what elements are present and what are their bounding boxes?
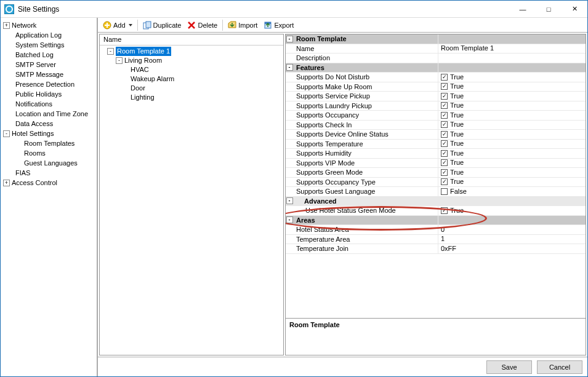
minimize-button[interactable]: — bbox=[510, 1, 536, 17]
property-row[interactable]: Supports Do Not DisturbTrue bbox=[286, 73, 586, 82]
sidebar-item[interactable]: Data Access bbox=[2, 119, 95, 129]
close-button[interactable]: ✕ bbox=[562, 1, 587, 17]
checkbox[interactable] bbox=[441, 74, 448, 81]
expander-icon[interactable]: - bbox=[116, 57, 123, 64]
import-icon bbox=[228, 21, 236, 30]
property-label: Supports Temperature bbox=[295, 140, 438, 149]
sidebar-item[interactable]: +Network bbox=[2, 20, 95, 30]
cancel-button[interactable]: Cancel bbox=[537, 360, 582, 374]
property-row[interactable]: Supports HumidityTrue bbox=[286, 149, 586, 159]
sidebar-item[interactable]: Presence Detection bbox=[2, 79, 95, 89]
sidebar-item[interactable]: SMTP Server bbox=[2, 60, 95, 69]
checkbox[interactable] bbox=[441, 178, 448, 185]
expander-icon[interactable]: + bbox=[3, 22, 10, 29]
sidebar-item-label: Hotel Settings bbox=[12, 129, 54, 138]
property-value: True bbox=[450, 92, 464, 101]
template-tree-item[interactable]: HVAC bbox=[101, 65, 282, 74]
checkbox[interactable] bbox=[441, 102, 448, 109]
template-tree-item[interactable]: Door bbox=[101, 84, 282, 93]
sidebar-item[interactable]: Guest Languages bbox=[2, 158, 95, 168]
sidebar-item-label: Batched Log bbox=[15, 50, 54, 60]
template-tree-label: Door bbox=[131, 84, 145, 93]
expander-icon[interactable]: - bbox=[286, 197, 293, 204]
property-section-header[interactable]: -Features bbox=[286, 63, 586, 73]
sidebar-item-label: Room Templates bbox=[24, 138, 75, 148]
property-section-header[interactable]: -Advanced bbox=[286, 197, 586, 207]
checkbox[interactable] bbox=[441, 112, 448, 119]
property-section-header[interactable]: -Room Template bbox=[286, 34, 586, 44]
property-row[interactable]: Description bbox=[286, 54, 586, 63]
property-row[interactable]: Supports TemperatureTrue bbox=[286, 140, 586, 149]
property-row[interactable]: Supports OccupancyTrue bbox=[286, 111, 586, 121]
property-value: True bbox=[450, 139, 464, 149]
checkbox[interactable] bbox=[441, 131, 448, 138]
expander-icon[interactable]: - bbox=[3, 130, 10, 137]
duplicate-button[interactable]: Duplicate bbox=[140, 20, 184, 31]
tree-column-header[interactable]: Name bbox=[100, 34, 283, 46]
property-section-title: Areas bbox=[295, 216, 438, 225]
expander-icon[interactable]: - bbox=[286, 64, 293, 71]
property-row[interactable]: Supports Service PickupTrue bbox=[286, 92, 586, 101]
sidebar-item[interactable]: FIAS bbox=[2, 168, 95, 178]
sidebar-item[interactable]: Notifications bbox=[2, 99, 95, 109]
property-row[interactable]: Temperature Join0xFF bbox=[286, 244, 586, 254]
expander-icon[interactable]: - bbox=[286, 36, 293, 42]
checkbox[interactable] bbox=[441, 83, 448, 90]
property-row[interactable]: Supports Occupancy TypeTrue bbox=[286, 178, 586, 188]
export-icon bbox=[264, 21, 272, 30]
checkbox[interactable] bbox=[441, 188, 448, 195]
expander-icon[interactable]: - bbox=[286, 216, 293, 223]
sidebar-item[interactable]: Public Holidays bbox=[2, 89, 95, 99]
sidebar-item-label: Access Control bbox=[12, 178, 57, 188]
property-row[interactable]: Supports Laundry PickupTrue bbox=[286, 101, 586, 111]
property-row[interactable]: Supports Device Online StatusTrue bbox=[286, 130, 586, 140]
sidebar-item[interactable]: System Settings bbox=[2, 40, 95, 50]
sidebar-item[interactable]: Batched Log bbox=[2, 50, 95, 60]
template-tree-item[interactable]: Wakeup Alarm bbox=[101, 74, 282, 84]
checkbox[interactable] bbox=[441, 93, 448, 100]
checkbox[interactable] bbox=[441, 140, 448, 147]
property-label: Supports VIP Mode bbox=[295, 159, 438, 168]
template-tree-item[interactable]: -Room Template 1 bbox=[101, 47, 282, 56]
property-section-header[interactable]: -Areas bbox=[286, 216, 586, 226]
property-row[interactable]: NameRoom Template 1 bbox=[286, 44, 586, 54]
save-button[interactable]: Save bbox=[486, 360, 532, 374]
sidebar-item[interactable]: Location and Time Zone bbox=[2, 109, 95, 119]
checkbox[interactable] bbox=[441, 169, 448, 176]
add-button[interactable]: Add bbox=[100, 20, 135, 31]
sidebar-item[interactable]: +Access Control bbox=[2, 178, 95, 188]
checkbox[interactable] bbox=[441, 121, 448, 128]
property-label: Supports Occupancy bbox=[295, 111, 438, 120]
sidebar-item[interactable]: Room Templates bbox=[2, 138, 95, 148]
template-tree-item[interactable]: Lighting bbox=[101, 93, 282, 102]
property-row[interactable]: Use Hotel Status Green ModeTrue bbox=[286, 206, 586, 216]
property-row[interactable]: Supports Check InTrue bbox=[286, 121, 586, 130]
expander-icon[interactable]: - bbox=[107, 48, 114, 55]
property-label: Supports Make Up Room bbox=[295, 82, 438, 92]
checkbox[interactable] bbox=[441, 207, 448, 214]
maximize-button[interactable]: □ bbox=[536, 1, 562, 17]
property-row[interactable]: Supports VIP ModeTrue bbox=[286, 159, 586, 169]
sidebar-item[interactable]: -Hotel Settings bbox=[2, 129, 95, 138]
expander-icon[interactable]: + bbox=[3, 180, 10, 186]
export-button[interactable]: Export bbox=[261, 20, 296, 31]
settings-tree: +NetworkApplication LogSystem SettingsBa… bbox=[1, 18, 97, 376]
sidebar-item[interactable]: Rooms bbox=[2, 148, 95, 158]
checkbox[interactable] bbox=[441, 159, 448, 166]
sidebar-item[interactable]: SMTP Message bbox=[2, 69, 95, 79]
sidebar-item-label: Data Access bbox=[15, 119, 53, 129]
property-value: False bbox=[450, 187, 467, 197]
delete-button[interactable]: Delete bbox=[185, 20, 220, 31]
property-value: True bbox=[450, 158, 464, 168]
property-label: Supports Guest Language bbox=[295, 187, 438, 196]
sidebar-item[interactable]: Application Log bbox=[2, 30, 95, 40]
checkbox[interactable] bbox=[441, 150, 448, 157]
property-row[interactable]: Temperature Area1 bbox=[286, 235, 586, 245]
import-button[interactable]: Import bbox=[225, 20, 260, 31]
property-row[interactable]: Supports Make Up RoomTrue bbox=[286, 82, 586, 92]
property-value: True bbox=[450, 177, 464, 187]
property-row[interactable]: Supports Green ModeTrue bbox=[286, 168, 586, 178]
property-row[interactable]: Hotel Status Area0 bbox=[286, 225, 586, 235]
property-row[interactable]: Supports Guest LanguageFalse bbox=[286, 187, 586, 197]
template-tree-item[interactable]: -Living Room bbox=[101, 56, 282, 65]
